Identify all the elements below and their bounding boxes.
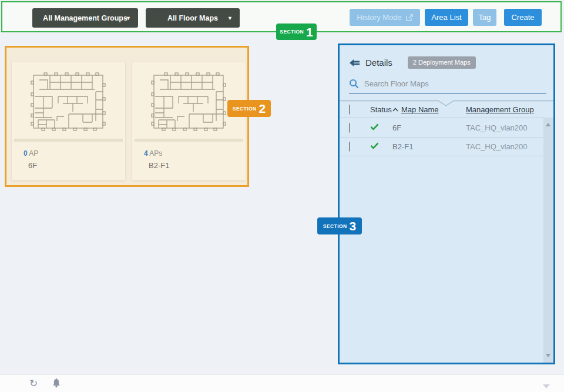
section-2-badge-prefix: SECTION [233,106,257,112]
section-3-badge-prefix: SECTION [323,223,347,229]
status-ok-icon [370,142,379,149]
area-list-button[interactable]: Area List [425,9,468,26]
create-label: Create [511,13,534,22]
floor-card-b2-f1[interactable]: 4 APs B2-F1 [132,62,246,180]
ap-count-label: APs [149,149,162,158]
management-groups-dropdown[interactable]: All Management Groups ▼ [32,8,138,28]
floor-maps-dropdown-label: All Floor Maps [167,14,218,22]
table-row[interactable]: B2-F1 TAC_HQ_vlan200 [340,137,553,156]
tag-button[interactable]: Tag [473,9,496,26]
row-checkbox[interactable] [349,123,350,133]
status-ok-icon [370,123,379,130]
collapse-left-icon[interactable] [349,59,360,67]
floor-maps-dropdown[interactable]: All Floor Maps ▼ [146,8,240,28]
search-icon [349,79,359,89]
floor-map-cards-section: 0 AP 6F 4 APs B2-F1 [5,46,249,187]
page-scroll-down-icon[interactable] [543,384,550,388]
management-group-column-header[interactable]: Management Group [466,105,534,114]
search-floor-maps-input[interactable] [364,79,511,88]
section-2-badge: SECTION 2 [227,100,271,117]
row-map-name: B2-F1 [392,142,466,151]
row-checkbox[interactable] [349,142,350,152]
scroll-down-icon[interactable] [546,354,550,357]
area-list-label: Area List [431,13,461,22]
scroll-up-icon[interactable] [546,123,550,126]
notification-bell-icon[interactable] [52,378,61,391]
row-management-group: TAC_HQ_vlan200 [466,123,553,132]
details-title: Details [365,58,392,68]
refresh-icon[interactable]: ↻ [29,378,38,390]
row-management-group: TAC_HQ_vlan200 [466,142,553,151]
map-name-column-header[interactable]: Map Name [401,105,439,114]
row-map-name: 6F [392,123,466,132]
details-panel: Details 2 Deployment Maps Status Map Nam… [338,43,555,364]
floor-plan-thumbnail [142,66,236,136]
table-row[interactable]: 6F TAC_HQ_vlan200 [340,118,553,137]
ap-count: 0 [24,149,28,158]
history-mode-label: History Mode [357,13,402,22]
chevron-down-icon: ▼ [227,15,233,21]
tag-label: Tag [479,13,491,22]
floor-card-6f[interactable]: 0 AP 6F [12,62,125,180]
section-1-badge-number: 1 [306,26,313,38]
select-all-checkbox[interactable] [349,105,350,115]
management-groups-dropdown-label: All Management Groups [43,14,127,22]
sort-ascending-icon [392,108,398,112]
external-link-icon [406,14,413,21]
search-row [349,79,553,89]
ap-count-label: AP [29,149,38,158]
card-meta: 4 APs B2-F1 [132,142,246,170]
floor-card-name: 6F [28,161,125,170]
deployment-maps-count-badge: 2 Deployment Maps [408,56,476,69]
create-button[interactable]: Create [504,9,542,26]
section-1-badge: SECTION 1 [276,24,317,40]
section-3-badge: SECTION 3 [317,217,362,234]
ap-count: 4 [144,149,148,158]
footer-bar: ↻ [0,374,564,392]
history-mode-button[interactable]: History Mode [350,9,420,26]
table-header: Status Map Name Management Group [340,102,553,118]
floor-plan-thumbnail [22,66,116,136]
table-body: 6F TAC_HQ_vlan200 B2-F1 TAC_HQ_vlan200 [340,118,553,156]
section-3-badge-number: 3 [349,220,356,232]
section-1-badge-prefix: SECTION [280,29,304,35]
details-panel-header: Details 2 Deployment Maps [349,56,553,69]
section-2-badge-number: 2 [258,102,266,115]
floor-map-manager-page: All Management Groups ▼ All Floor Maps ▼… [0,0,564,392]
floor-card-name: B2-F1 [149,161,246,170]
chevron-down-icon: ▼ [126,15,131,21]
card-meta: 0 AP 6F [12,142,125,170]
search-underline [349,93,546,94]
panel-scrollbar[interactable] [543,118,553,363]
status-column-header: Status [370,105,392,114]
